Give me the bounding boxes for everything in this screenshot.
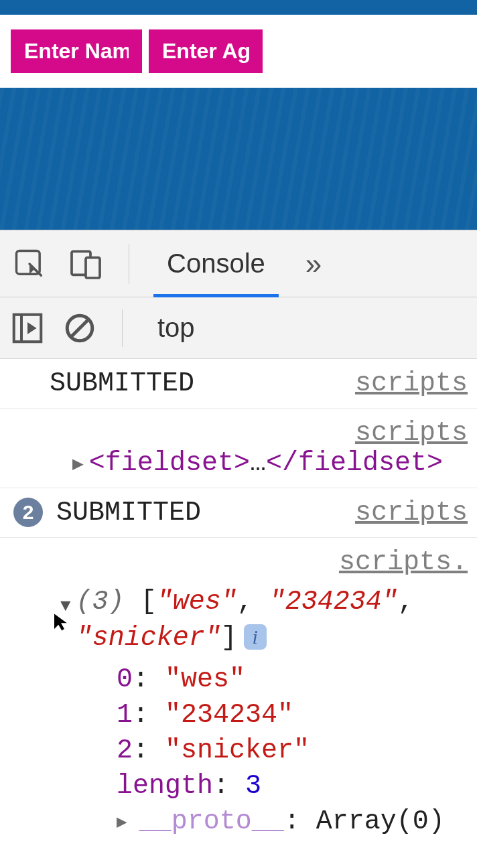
more-tabs-icon[interactable]: » [299, 247, 328, 281]
console-source-link[interactable]: scripts [355, 498, 469, 528]
array-item: 0: "wes" [117, 662, 469, 697]
console-message [13, 418, 355, 448]
console-toolbar: top [0, 297, 477, 359]
logged-array[interactable]: ▼ (3) ["wes", "234234","snicker"]i 0: "w… [13, 577, 469, 839]
element-ellipsis: … [250, 448, 266, 478]
array-proto[interactable]: ▶ __proto__: Array(0) [117, 804, 469, 839]
array-item: 2: "snicker" [117, 733, 469, 768]
tab-console[interactable]: Console [153, 231, 279, 296]
console-row: scripts. ▼ (3) ["wes", "234234","snicker… [0, 538, 477, 849]
console-source-link[interactable]: scripts [355, 368, 469, 399]
logged-element[interactable]: ▶ <fieldset>…</fieldset> [13, 448, 469, 478]
array-items: 0: "wes" 1: "234234" 2: "snicker" length… [60, 656, 469, 839]
repeat-count-badge: 2 [13, 498, 43, 527]
age-input[interactable] [149, 29, 263, 73]
inspect-icon[interactable] [12, 246, 47, 281]
clear-console-icon[interactable] [63, 311, 96, 345]
console-row: scripts ▶ <fieldset>…</fieldset> [0, 409, 477, 488]
array-length: length: 3 [117, 768, 469, 804]
array-item: 1: "234234" [117, 697, 469, 733]
info-icon[interactable]: i [244, 624, 267, 650]
page-top-bar [0, 0, 477, 15]
name-input[interactable] [11, 29, 142, 73]
svg-line-6 [72, 319, 88, 336]
devtools-tab-bar: Console » [0, 230, 477, 297]
console-row: SUBMITTED scripts [0, 359, 477, 409]
page-background [0, 88, 477, 230]
element-tag: </fieldset> [266, 448, 443, 478]
expand-icon[interactable]: ▶ [72, 452, 84, 475]
divider [122, 309, 123, 347]
element-tag: <fieldset> [89, 448, 250, 478]
console-source-link[interactable]: scripts. [339, 547, 469, 577]
console-source-link[interactable]: scripts [355, 418, 469, 448]
array-preview: (3) ["wes", "234234","snicker"]i [76, 584, 414, 656]
execution-icon[interactable] [9, 310, 46, 346]
console-output: SUBMITTED scripts scripts ▶ <fieldset>…<… [0, 359, 477, 849]
console-message: SUBMITTED [50, 498, 355, 528]
expand-icon[interactable]: ▶ [117, 811, 127, 833]
console-row: 2 SUBMITTED scripts [0, 488, 477, 538]
divider [129, 244, 129, 284]
page-input-row [0, 15, 477, 88]
devtools-panel: Console » top SUBMITTED scripts [0, 230, 477, 849]
cursor-icon [52, 612, 70, 632]
context-selector[interactable]: top [148, 313, 195, 343]
console-message [13, 547, 339, 577]
console-message: SUBMITTED [13, 368, 355, 399]
device-toggle-icon[interactable] [67, 245, 105, 283]
svg-rect-2 [86, 257, 100, 277]
